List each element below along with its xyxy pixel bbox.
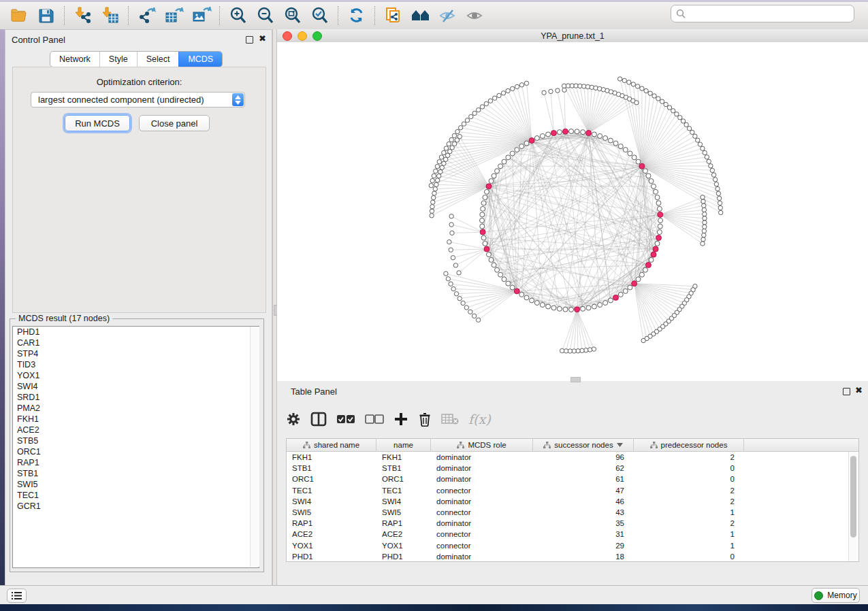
close-panel-button[interactable]: Close panel [139,115,210,131]
table-scrollbar-thumb[interactable] [850,456,856,538]
table-cell[interactable]: 2 [634,497,744,506]
zoom-out-icon[interactable] [254,5,277,26]
table-row[interactable]: TEC1TEC1connector472 [287,485,858,496]
export-table-icon[interactable] [163,5,186,26]
table-cell[interactable]: 31 [533,530,634,538]
delete-column-icon[interactable] [418,412,432,427]
table-cell[interactable]: dominator [431,464,533,472]
tab-style[interactable]: Style [99,52,137,67]
table-cell[interactable]: 1 [634,508,744,516]
node-table[interactable]: shared namenameMCDS rolesuccessor nodesp… [286,438,859,562]
table-row[interactable]: SWI5SWI5connector431 [287,507,858,518]
table-cell[interactable]: ORC1 [287,475,376,483]
table-cell[interactable]: 2 [634,486,744,495]
mcds-list-scrollbar[interactable] [250,327,259,567]
hide-selected-icon[interactable] [436,5,460,26]
mcds-result-item[interactable]: STP4 [13,348,259,359]
tab-mcds[interactable]: MCDS [178,52,222,67]
first-neighbors-icon[interactable] [409,5,432,26]
table-cell[interactable]: SWI5 [376,508,431,516]
search-field[interactable] [671,5,854,22]
optimization-criterion-select[interactable]: largest connected component (undirected) [31,92,245,108]
export-image-icon[interactable] [190,5,213,26]
run-mcds-button[interactable]: Run MCDS [65,115,130,131]
zoom-selected-icon[interactable] [308,5,332,26]
mcds-result-item[interactable]: YOX1 [13,370,259,381]
table-cell[interactable]: 2 [634,453,744,461]
mcds-result-item[interactable]: ACE2 [13,425,259,435]
table-row[interactable]: FKH1FKH1dominator962 [287,452,858,463]
table-cell[interactable]: dominator [431,497,533,506]
mcds-result-item[interactable]: TID3 [13,359,259,370]
zoom-in-icon[interactable] [227,5,250,26]
table-cell[interactable]: dominator [431,519,533,527]
network-window-titlebar[interactable]: YPA_prune.txt_1 [277,29,868,43]
mcds-result-item[interactable]: TEC1 [13,490,259,501]
table-cell[interactable]: YOX1 [376,542,431,550]
mcds-result-item[interactable]: STB5 [13,435,259,446]
table-cell[interactable]: PHD1 [287,552,376,561]
table-cell[interactable]: RAP1 [376,519,431,527]
table-cell[interactable]: 18 [533,552,634,561]
table-cell[interactable]: FKH1 [287,453,376,461]
table-cell[interactable]: 0 [634,464,744,472]
network-graph[interactable] [277,42,868,381]
table-cell[interactable]: dominator [431,453,533,461]
mcds-result-item[interactable]: PHD1 [13,327,259,337]
table-cell[interactable]: TEC1 [287,486,376,495]
table-cell[interactable]: 0 [634,475,744,483]
table-cell[interactable]: RAP1 [287,519,376,527]
column-header-name[interactable]: name [376,439,431,451]
table-cell[interactable]: YOX1 [287,542,376,550]
table-cell[interactable]: ACE2 [376,530,431,538]
import-network-file-icon[interactable] [71,5,95,26]
mcds-result-item[interactable]: ORC1 [13,446,259,457]
table-cell[interactable]: PHD1 [376,552,431,561]
add-column-icon[interactable] [393,412,408,427]
table-cell[interactable]: TEC1 [376,486,431,495]
mcds-result-item[interactable]: SRD1 [13,392,259,403]
column-header-shared-name[interactable]: shared name [287,439,376,451]
table-cell[interactable]: connector [431,530,533,538]
table-row[interactable]: YOX1YOX1connector291 [287,540,858,551]
mcds-result-item[interactable]: RAP1 [13,457,259,468]
table-cell[interactable]: ORC1 [376,475,431,483]
mcds-result-item[interactable]: GCR1 [13,501,259,512]
table-cell[interactable]: SWI5 [287,508,376,516]
mcds-result-item[interactable]: FKH1 [13,414,259,425]
table-cell[interactable]: 47 [533,486,634,495]
table-cell[interactable]: FKH1 [376,453,431,461]
table-row[interactable]: PHD1PHD1dominator180 [287,551,858,562]
table-cell[interactable]: 61 [533,475,634,483]
table-cell[interactable]: 1 [634,530,744,538]
save-session-icon[interactable] [35,5,58,26]
table-cell[interactable]: 29 [533,542,634,550]
panel-splitter[interactable] [272,29,277,587]
table-row[interactable]: STB1STB1dominator620 [287,463,858,474]
mcds-result-item[interactable]: PMA2 [13,403,259,414]
table-cell[interactable]: dominator [431,475,533,483]
table-cell[interactable]: 0 [634,552,744,561]
table-row[interactable]: ACE2ACE2connector311 [287,529,858,540]
mcds-result-item[interactable]: STB1 [13,468,259,479]
tab-select[interactable]: Select [137,52,179,67]
table-cell[interactable]: 62 [533,464,634,472]
select-all-rows-icon[interactable] [336,414,355,425]
zoom-fit-icon[interactable] [281,5,304,26]
control-panel-close-button[interactable]: ✖ [259,35,266,42]
table-cell[interactable]: connector [431,542,533,550]
table-cell[interactable]: ACE2 [287,530,376,538]
network-resize-grip[interactable] [570,377,581,382]
network-canvas[interactable] [277,42,868,381]
table-cell[interactable]: SWI4 [287,497,376,506]
apply-preferred-layout-icon[interactable] [345,5,368,26]
table-cell[interactable]: 43 [533,508,634,516]
import-table-file-icon[interactable] [99,5,122,26]
table-panel-close-button[interactable]: ✖ [855,387,863,394]
mcds-result-item[interactable]: SWI5 [13,479,259,490]
open-session-icon[interactable] [7,5,31,26]
column-header-MCDS-role[interactable]: MCDS role [431,439,533,451]
table-cell[interactable]: dominator [431,552,533,561]
deselect-all-rows-icon[interactable] [365,414,384,425]
table-cell[interactable]: STB1 [287,464,376,472]
